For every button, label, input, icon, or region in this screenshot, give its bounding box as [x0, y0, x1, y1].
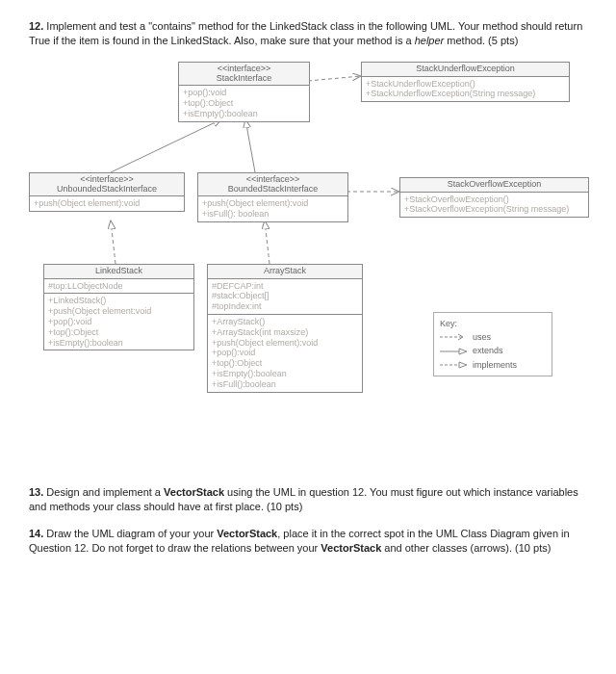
q13-text-b: VectorStack — [164, 486, 224, 498]
uml-diagram: <<interface>> StackInterface +pop():void… — [29, 62, 587, 466]
q12-text-b: helper — [415, 35, 445, 46]
q13-num: 13. — [29, 486, 43, 498]
methods: +LinkedStack() +push(Object element:void… — [44, 294, 193, 350]
svg-line-2 — [245, 119, 255, 172]
class-name: UnboundedStackInterface — [34, 185, 180, 194]
class-unbounded-stack-interface: <<interface>> UnboundedStackInterface +p… — [29, 172, 185, 213]
key-title: Key: — [440, 317, 546, 330]
methods: +pop():void +top():Object +isEmpty():boo… — [179, 86, 309, 120]
key-uses: uses — [440, 330, 546, 344]
implements-arrow-icon — [440, 360, 469, 370]
methods: +push(Object element):void +isFull(): bo… — [198, 196, 347, 221]
methods: +push(Object element):void — [30, 196, 184, 211]
class-name: BoundedStackInterface — [202, 185, 344, 194]
q14-text-a: Draw the UML diagram of your your — [46, 528, 217, 539]
q12-num: 12. — [29, 20, 43, 32]
class-name: LinkedStack — [48, 267, 190, 276]
class-stack-underflow-exception: StackUnderflowException +StackUnderflowE… — [361, 62, 570, 102]
class-name: StackOverflowException — [404, 180, 584, 190]
q14-text-e: and other classes (arrows). (10 pts) — [381, 542, 551, 554]
methods: +StackOverflowException() +StackOverflow… — [400, 193, 588, 218]
class-stack-overflow-exception: StackOverflowException +StackOverflowExc… — [399, 177, 589, 218]
q14-num: 14. — [29, 528, 43, 539]
legend-key: Key: uses extends implements — [433, 312, 552, 377]
svg-line-5 — [265, 220, 270, 264]
q13-text-a: Design and implement a — [46, 486, 164, 498]
question-12: 12. Implement and test a "contains" meth… — [29, 19, 587, 48]
attrs: #DEFCAP:int #stack:Object[] #topIndex:in… — [208, 279, 362, 315]
question-14: 14. Draw the UML diagram of your your Ve… — [29, 527, 587, 556]
key-implements: implements — [440, 358, 546, 372]
methods: +ArrayStack() +ArrayStack(int maxsize) +… — [208, 315, 362, 392]
uses-arrow-icon — [440, 332, 469, 342]
class-bounded-stack-interface: <<interface>> BoundedStackInterface +pus… — [197, 172, 348, 222]
question-13: 13. Design and implement a VectorStack u… — [29, 485, 587, 514]
q12-text-c: method. (5 pts) — [444, 35, 518, 46]
svg-line-1 — [111, 119, 221, 172]
methods: +StackUnderflowException() +StackUnderfl… — [362, 77, 569, 102]
class-stack-interface: <<interface>> StackInterface +pop():void… — [178, 62, 310, 122]
class-name: ArrayStack — [212, 267, 358, 276]
extends-arrow-icon — [440, 347, 469, 356]
class-array-stack: ArrayStack #DEFCAP:int #stack:Object[] #… — [207, 264, 363, 393]
attrs: #top:LLObjectNode — [44, 279, 193, 295]
q14-text-d: VectorStack — [321, 542, 381, 554]
class-name: StackUnderflowException — [366, 65, 565, 74]
svg-line-0 — [308, 76, 361, 81]
svg-line-4 — [111, 220, 116, 264]
key-extends: extends — [440, 344, 546, 357]
q14-text-b: VectorStack — [217, 528, 277, 539]
class-linked-stack: LinkedStack #top:LLObjectNode +LinkedSta… — [43, 264, 194, 351]
class-name: StackInterface — [183, 74, 305, 84]
